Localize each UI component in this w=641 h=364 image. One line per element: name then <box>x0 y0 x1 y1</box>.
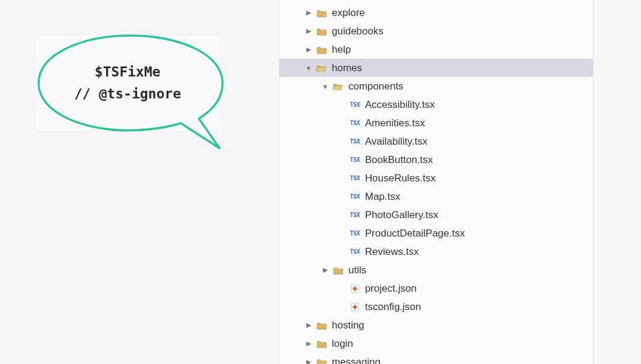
chevron-right-icon[interactable]: ▶ <box>322 266 328 274</box>
tree-item-label: Map.tsx <box>365 191 593 203</box>
tree-row[interactable]: ▶ login <box>280 334 593 353</box>
tree-item-label: help <box>332 44 593 56</box>
tree-item-label: BookButton.tsx <box>365 154 593 166</box>
tree-row[interactable]: ▶ hosting <box>280 316 593 334</box>
tree-row[interactable]: ▶ explore <box>280 4 593 22</box>
tree-row[interactable]: ▶ guidebooks <box>280 22 593 40</box>
tree-item-label: explore <box>332 7 593 19</box>
tree-item-label: Availability.tsx <box>365 136 593 148</box>
folder-icon <box>315 27 328 36</box>
folder-open-icon <box>315 64 328 72</box>
tsx-file-icon: TSX <box>348 193 361 200</box>
chevron-right-icon[interactable]: ▶ <box>306 9 312 17</box>
json-file-icon <box>348 285 361 293</box>
tree-row[interactable]: ▼ components <box>280 77 593 95</box>
tree-row[interactable]: ▶ help <box>280 40 593 59</box>
tree-row[interactable]: TSXAccessibility.tsx <box>280 95 593 114</box>
tree-row[interactable]: TSXReviews.tsx <box>280 242 593 261</box>
tsx-file-icon: TSX <box>348 175 361 181</box>
tree-item-label: Reviews.tsx <box>365 246 593 258</box>
tree-row[interactable]: TSXPhotoGallery.tsx <box>280 206 593 224</box>
chevron-right-icon[interactable]: ▶ <box>306 358 312 364</box>
tsx-file-icon: TSX <box>348 248 361 255</box>
chevron-down-icon[interactable]: ▼ <box>306 65 312 72</box>
tree-row[interactable]: project.json <box>280 279 593 298</box>
tree-item-label: HouseRules.tsx <box>365 173 593 184</box>
json-file-icon <box>348 303 361 311</box>
tsx-file-icon: TSX <box>348 138 361 145</box>
tree-row[interactable]: tsconfig.json <box>280 298 593 316</box>
tree-item-label: utils <box>348 264 593 276</box>
tree-row[interactable]: TSXHouseRules.tsx <box>280 169 593 187</box>
tree-item-label: messaging <box>332 356 593 365</box>
tree-item-label: Amenities.tsx <box>365 117 593 129</box>
speech-bubble: $TSFixMe // @ts-ignore <box>36 36 220 130</box>
bubble-line-2: // @ts-ignore <box>74 83 181 105</box>
bubble-line-1: $TSFixMe <box>95 61 161 83</box>
tree-item-label: PhotoGallery.tsx <box>365 209 593 221</box>
tree-item-label: Accessibility.tsx <box>365 99 593 111</box>
folder-icon <box>332 266 345 274</box>
folder-icon <box>315 321 328 330</box>
tree-row[interactable]: TSXMap.tsx <box>280 187 593 206</box>
folder-icon <box>315 340 328 348</box>
tree-item-label: guidebooks <box>332 25 593 37</box>
tsx-file-icon: TSX <box>348 157 361 163</box>
tree-item-label: homes <box>332 62 593 74</box>
tree-row[interactable]: TSXProductDetailPage.tsx <box>280 224 593 242</box>
tree-row[interactable]: ▼ homes <box>280 59 593 77</box>
tree-row[interactable]: TSXBookButton.tsx <box>280 151 593 169</box>
tsx-file-icon: TSX <box>348 212 361 218</box>
tree-row[interactable]: ▶ messaging <box>280 353 593 364</box>
tree-item-label: components <box>348 81 593 92</box>
tree-item-label: login <box>332 338 593 350</box>
tree-item-label: ProductDetailPage.tsx <box>365 228 593 240</box>
folder-open-icon <box>332 82 345 91</box>
tree-row[interactable]: ▶ utils <box>280 261 593 279</box>
tree-row[interactable]: TSXAmenities.tsx <box>280 114 593 132</box>
folder-icon <box>315 46 328 54</box>
tsx-file-icon: TSX <box>348 101 361 108</box>
chevron-right-icon[interactable]: ▶ <box>306 340 312 347</box>
folder-icon <box>315 9 328 17</box>
chevron-right-icon[interactable]: ▶ <box>306 46 312 53</box>
chevron-right-icon[interactable]: ▶ <box>306 321 312 329</box>
tree-item-label: hosting <box>332 320 593 331</box>
tree-row[interactable]: TSXAvailability.tsx <box>280 132 593 151</box>
chevron-right-icon[interactable]: ▶ <box>306 27 312 35</box>
folder-icon <box>315 358 328 365</box>
tsx-file-icon: TSX <box>348 230 361 237</box>
tree-item-label: tsconfig.json <box>365 301 593 313</box>
file-tree[interactable]: ▶ explore▶ guidebooks▶ help▼ homes▼ comp… <box>279 0 594 364</box>
tsx-file-icon: TSX <box>348 120 361 126</box>
tree-item-label: project.json <box>365 283 593 295</box>
chevron-down-icon[interactable]: ▼ <box>322 83 328 90</box>
